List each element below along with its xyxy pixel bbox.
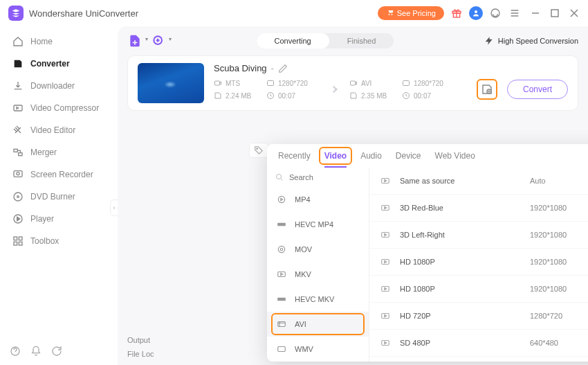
svg-point-10	[14, 193, 22, 201]
tag-icon[interactable]	[249, 143, 268, 158]
format-mkv[interactable]: MKV	[267, 262, 369, 287]
svg-rect-13	[14, 237, 17, 240]
dst-format: AVI	[361, 80, 371, 87]
menu-icon[interactable]	[508, 6, 522, 20]
preset-row[interactable]: HD 1080P1920*1080	[369, 249, 588, 276]
see-pricing-button[interactable]: See Pricing	[378, 6, 444, 20]
sidebar-item-home[interactable]: Home	[0, 30, 118, 53]
preset-res: 1920*1080	[530, 258, 588, 266]
svg-point-9	[17, 172, 19, 175]
tab-converting[interactable]: Converting	[257, 33, 329, 48]
chevron-down-icon[interactable]: ▾	[145, 36, 148, 42]
tab-finished[interactable]: Finished	[329, 33, 394, 48]
add-file-button[interactable]: ▾	[127, 33, 143, 48]
preset-name: Same as source	[400, 177, 530, 185]
bell-icon[interactable]	[30, 346, 42, 357]
preset-name: HD 1080P	[400, 258, 530, 266]
search-icon	[275, 173, 284, 181]
gift-icon[interactable]	[450, 6, 463, 20]
support-icon[interactable]	[488, 6, 502, 20]
tab-webvideo[interactable]: Web Video	[435, 151, 475, 168]
svg-rect-23	[403, 81, 410, 86]
preset-name: SD 480P	[400, 339, 530, 347]
preset-row[interactable]: 3D Red-Blue1920*1080	[369, 195, 588, 222]
format-popup: Recently Video Audio Device Web Video MP…	[267, 144, 588, 362]
sidebar-item-merger[interactable]: Merger	[0, 141, 118, 163]
sidebar: Home Converter Downloader Video Compress…	[0, 26, 118, 365]
chevron-down-icon[interactable]: ▾	[169, 36, 172, 42]
edit-title-icon[interactable]	[278, 64, 288, 73]
preset-row[interactable]: SD 480P640*480	[369, 330, 588, 357]
format-hevc-mkv[interactable]: HEVC MKV	[267, 287, 369, 312]
sidebar-item-converter[interactable]: Converter	[0, 53, 118, 75]
file-title: Scuba Diving	[214, 63, 267, 73]
svg-point-28	[278, 196, 284, 202]
video-thumbnail[interactable]	[138, 63, 204, 103]
svg-rect-4	[551, 10, 558, 17]
tab-audio[interactable]: Audio	[360, 151, 382, 168]
sidebar-item-downloader[interactable]: Downloader	[0, 75, 118, 97]
user-avatar[interactable]	[469, 6, 483, 20]
svg-rect-19	[215, 81, 220, 85]
format-mp4[interactable]: MP4	[267, 187, 369, 212]
preset-res: 1920*1080	[530, 231, 588, 239]
tab-recently[interactable]: Recently	[278, 151, 311, 168]
format-wmv[interactable]: WMV	[267, 337, 369, 362]
svg-rect-7	[19, 153, 22, 156]
svg-rect-22	[351, 81, 356, 85]
sidebar-item-compressor[interactable]: Video Compressor	[0, 97, 118, 119]
preset-row[interactable]: HD 1080P1920*1080	[369, 276, 588, 303]
preset-name: HD 720P	[400, 312, 530, 320]
sidebar-item-editor[interactable]: Video Editor	[0, 119, 118, 141]
dst-res: 1280*720	[414, 80, 443, 87]
format-search-input[interactable]	[289, 173, 351, 181]
close-icon[interactable]	[569, 8, 580, 19]
sidebar-item-recorder[interactable]: Screen Recorder	[0, 163, 118, 186]
svg-point-27	[277, 175, 282, 179]
preset-row[interactable]: Same as sourceAuto	[369, 168, 588, 195]
arrow-right-icon	[319, 82, 345, 97]
src-dur: 00:07	[278, 92, 295, 100]
preset-row[interactable]: 3D Left-Right1920*1080	[369, 222, 588, 249]
format-avi[interactable]: AVI	[267, 312, 369, 337]
preset-row[interactable]: HD 720P1280*720	[369, 303, 588, 330]
high-speed-toggle[interactable]: High Speed Conversion	[484, 36, 578, 46]
src-size: 2.24 MB	[226, 92, 251, 100]
svg-rect-15	[14, 242, 17, 245]
play-icon	[380, 311, 393, 321]
play-icon	[380, 257, 393, 267]
dst-dur: 00:07	[414, 92, 431, 100]
tab-device[interactable]: Device	[396, 151, 421, 168]
format-mov[interactable]: MOV	[267, 237, 369, 262]
feedback-icon[interactable]	[51, 346, 62, 357]
convert-button[interactable]: Convert	[507, 80, 568, 99]
preset-name: HD 1080P	[400, 285, 530, 293]
sidebar-item-player[interactable]: Player	[0, 208, 118, 230]
src-format: MTS	[226, 80, 240, 87]
play-icon	[380, 176, 393, 186]
svg-rect-29	[277, 223, 286, 226]
minimize-icon[interactable]	[530, 8, 541, 19]
svg-rect-32	[278, 272, 286, 277]
sidebar-item-dvd[interactable]: DVD Burner	[0, 186, 118, 208]
dst-size: 2.35 MB	[361, 92, 387, 100]
preset-name: 3D Red-Blue	[400, 204, 530, 212]
help-icon[interactable]	[10, 346, 21, 357]
add-url-button[interactable]: ▾	[151, 33, 166, 48]
preset-res: 640*480	[530, 339, 588, 347]
output-settings-button[interactable]	[477, 79, 497, 100]
svg-rect-8	[14, 171, 22, 177]
svg-point-30	[278, 246, 284, 252]
sidebar-item-toolbox[interactable]: Toolbox	[0, 230, 118, 252]
status-tabs: Converting Finished	[257, 33, 394, 48]
file-card: Scuba Diving- MTS 2.24 MB 1280*720 00:07…	[127, 55, 578, 111]
format-hevc-mp4[interactable]: HEVC MP4	[267, 212, 369, 237]
maximize-icon[interactable]	[549, 8, 560, 19]
app-logo	[8, 6, 24, 21]
preset-res: 1920*1080	[530, 204, 588, 212]
tab-video[interactable]: Video	[324, 151, 347, 168]
preset-res: 1280*720	[530, 312, 588, 320]
svg-rect-20	[268, 81, 274, 86]
src-res: 1280*720	[278, 80, 308, 87]
preset-name: 3D Left-Right	[400, 231, 530, 239]
